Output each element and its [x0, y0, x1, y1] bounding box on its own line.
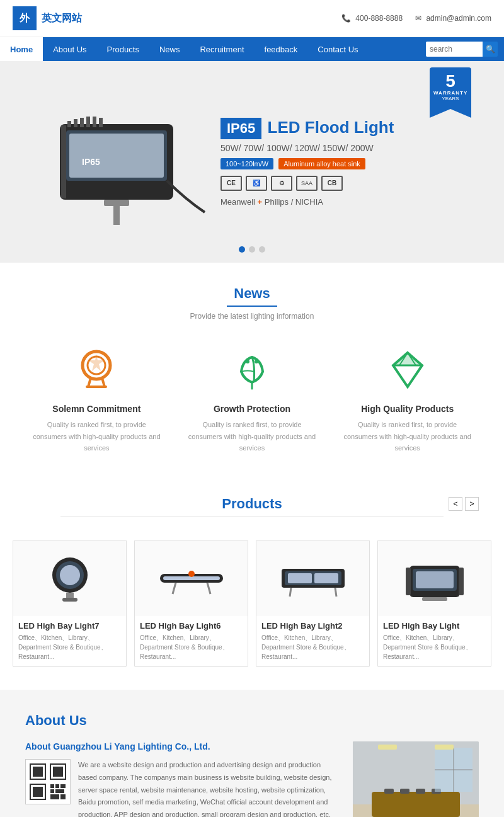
- email-address: admin@admin.com: [426, 14, 491, 23]
- svg-rect-6: [80, 118, 84, 127]
- logo[interactable]: 外 英文网站: [13, 6, 82, 30]
- svg-rect-72: [435, 745, 454, 750]
- svg-rect-30: [62, 598, 77, 602]
- nav-recruitment[interactable]: Recruitment: [190, 37, 254, 61]
- svg-rect-65: [400, 789, 410, 794]
- news-item-1-desc: Quality is ranked first, to provide cons…: [32, 419, 162, 454]
- svg-rect-47: [422, 597, 447, 601]
- svg-line-16: [88, 378, 91, 387]
- svg-marker-15: [88, 354, 105, 371]
- svg-point-19: [246, 360, 249, 363]
- svg-rect-55: [55, 784, 59, 788]
- svg-rect-71: [378, 745, 397, 750]
- warranty-years: 5: [433, 72, 467, 90]
- about-section: About Us About Guangzhou Li Yang Lightin…: [0, 690, 504, 817]
- ip65-badge: IP65: [220, 118, 261, 139]
- products-next[interactable]: >: [465, 497, 479, 511]
- hero-lumen-tag: 100~120lm/W: [220, 158, 273, 169]
- warranty-years-label: YEARS: [433, 96, 467, 101]
- svg-rect-51: [53, 767, 63, 777]
- leaf-icon: [227, 345, 277, 395]
- svg-rect-46: [459, 568, 464, 595]
- svg-rect-64: [384, 789, 394, 794]
- nav-search-container: 🔍: [426, 42, 498, 57]
- product-name-3: LED High Bay Light2: [261, 621, 364, 631]
- news-item-2: Growth Protection Quality is ranked firs…: [181, 338, 324, 460]
- product-img-4: [378, 540, 491, 616]
- product-card-3[interactable]: LED High Bay Light2 Office、Kitchen、Libra…: [256, 540, 370, 667]
- about-left: About Guangzhou Li Yang Lighting Co., Lt…: [25, 741, 338, 817]
- cert-3: ♻: [271, 176, 292, 191]
- svg-rect-9: [99, 118, 103, 127]
- hero-wattage: 50W/ 70W/ 100W/ 120W/ 150W/ 200W: [220, 143, 491, 153]
- logo-text: 英文网站: [42, 12, 82, 25]
- news-grid: Solemn Commitment Quality is ranked firs…: [25, 338, 479, 460]
- svg-line-17: [102, 378, 105, 387]
- hero-text: IP65 LED Flood Light 50W/ 70W/ 100W/ 120…: [214, 118, 504, 207]
- dot-3[interactable]: [259, 246, 265, 253]
- news-item-1-title: Solemn Commitment: [32, 404, 162, 414]
- svg-rect-44: [416, 571, 454, 588]
- search-button[interactable]: 🔍: [483, 42, 498, 57]
- product-img-1: [13, 540, 126, 616]
- about-subtitle: About Guangzhou Li Yang Lighting Co., Lt…: [25, 741, 338, 751]
- svg-rect-39: [314, 573, 338, 583]
- svg-rect-57: [50, 789, 54, 793]
- dot-2[interactable]: [249, 246, 255, 253]
- dot-1[interactable]: [239, 246, 245, 253]
- warranty-badge: 5 WARRANTY YEARS: [430, 67, 471, 118]
- news-subtitle: Provide the latest lighting information: [25, 312, 479, 321]
- nav-feedback[interactable]: feedback: [255, 37, 308, 61]
- svg-rect-4: [67, 121, 71, 127]
- email-icon: ✉: [415, 14, 421, 23]
- products-grid: LED High Bay Light7 Office、Kitchen、Libra…: [13, 540, 491, 667]
- about-title: About Us: [25, 712, 479, 729]
- nav-contact[interactable]: Contact Us: [307, 37, 368, 61]
- logo-box: 外: [13, 6, 37, 30]
- svg-text:IP65: IP65: [82, 157, 100, 167]
- hero-banner: 5 WARRANTY YEARS IP65: [0, 61, 504, 263]
- news-item-2-desc: Quality is ranked first, to provide cons…: [187, 419, 318, 454]
- svg-point-28: [60, 565, 80, 585]
- about-desc: We are a website design and production a…: [78, 759, 338, 817]
- products-prev[interactable]: <: [449, 497, 462, 511]
- flood-light-svg: IP65: [22, 86, 211, 237]
- svg-rect-63: [372, 792, 460, 817]
- warranty-label: WARRANTY: [433, 90, 467, 96]
- nav-home[interactable]: Home: [0, 37, 43, 61]
- product-card-4[interactable]: LED High Bay Light Office、Kitchen、Librar…: [377, 540, 491, 667]
- svg-rect-60: [60, 794, 66, 799]
- product-desc-2: Office、Kitchen、Library、Department Store …: [140, 633, 243, 661]
- svg-rect-8: [93, 117, 96, 127]
- product-card-2[interactable]: LED High Bay Light6 Office、Kitchen、Libra…: [134, 540, 248, 667]
- diamond-icon: [382, 345, 433, 395]
- product-desc-4: Office、Kitchen、Library、Department Store …: [383, 633, 486, 661]
- svg-rect-10: [104, 200, 129, 206]
- hero-heat-tag: Aluminum alloy heat sink: [278, 158, 365, 169]
- product-img-2: [135, 540, 248, 616]
- svg-rect-11: [113, 206, 120, 225]
- svg-line-41: [335, 588, 336, 597]
- products-section: Products < > LED High Bay Light7 Office、…: [0, 483, 504, 690]
- nav-products[interactable]: Products: [97, 37, 149, 61]
- cert-4: SAA: [296, 176, 318, 191]
- product-name-2: LED High Bay Light6: [140, 621, 243, 631]
- svg-rect-49: [33, 767, 43, 777]
- svg-rect-2: [69, 134, 164, 178]
- svg-rect-54: [50, 784, 54, 788]
- product-card-1[interactable]: LED High Bay Light7 Office、Kitchen、Libra…: [13, 540, 127, 667]
- nav-news[interactable]: News: [149, 37, 190, 61]
- svg-line-34: [207, 583, 210, 594]
- news-item-3-title: High Quality Products: [342, 404, 472, 414]
- search-input[interactable]: [426, 42, 483, 57]
- news-divider: [227, 306, 277, 307]
- news-section: News Provide the latest lighting informa…: [0, 263, 504, 483]
- cert-ce: CE: [220, 176, 242, 191]
- news-item-3: High Quality Products Quality is ranked …: [336, 338, 479, 460]
- phone-number: 400-888-8888: [355, 14, 403, 23]
- hero-product-image: IP65: [0, 74, 214, 250]
- svg-rect-5: [74, 119, 77, 127]
- nav-about[interactable]: About Us: [43, 37, 96, 61]
- svg-rect-58: [55, 789, 64, 793]
- product-name-1: LED High Bay Light7: [18, 621, 121, 631]
